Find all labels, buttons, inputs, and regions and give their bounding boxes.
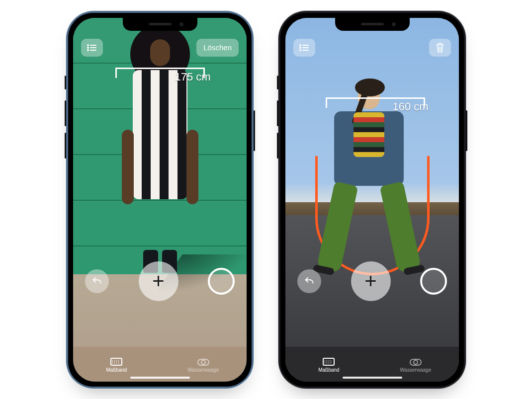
side-button xyxy=(65,100,66,126)
trash-icon xyxy=(436,43,444,53)
level-icon xyxy=(197,359,209,366)
measurements-list-button[interactable] xyxy=(81,39,103,57)
tab-label: Maßband xyxy=(106,367,127,373)
add-point-button[interactable]: + xyxy=(139,261,178,301)
side-button xyxy=(277,76,278,89)
home-indicator[interactable] xyxy=(130,377,190,379)
tab-label: Wasserwaage xyxy=(187,367,219,373)
ruler-icon xyxy=(323,358,335,366)
tab-label: Wasserwaage xyxy=(400,367,431,373)
ruler-icon xyxy=(110,358,122,366)
side-button xyxy=(254,110,255,151)
screen: Löschen 175 cm + xyxy=(73,18,247,382)
add-point-button[interactable]: + xyxy=(351,261,391,301)
level-icon xyxy=(410,359,422,366)
svg-point-8 xyxy=(300,47,301,48)
person-figure xyxy=(327,83,411,274)
plus-icon: + xyxy=(152,271,165,292)
tab-level[interactable]: Wasserwaage xyxy=(160,347,247,373)
svg-point-2 xyxy=(88,47,89,48)
screen: 160 cm + Maßband xyxy=(285,18,459,382)
undo-icon xyxy=(304,276,315,287)
svg-point-6 xyxy=(300,45,301,46)
phone-right: 160 cm + Maßband xyxy=(278,11,466,389)
notch xyxy=(123,18,197,31)
list-icon xyxy=(299,44,309,51)
delete-button[interactable] xyxy=(429,39,451,57)
notch xyxy=(335,18,410,31)
undo-icon xyxy=(91,276,102,287)
side-button xyxy=(277,133,278,159)
phone-left: Löschen 175 cm + xyxy=(66,11,254,389)
clear-button[interactable]: Löschen xyxy=(196,39,239,57)
plus-icon: + xyxy=(364,271,377,292)
camera-view[interactable]: 160 cm + xyxy=(285,18,459,347)
svg-point-0 xyxy=(88,45,89,46)
svg-point-10 xyxy=(300,50,301,51)
person-figure xyxy=(123,67,197,271)
undo-button[interactable] xyxy=(85,269,109,293)
camera-view[interactable]: Löschen 175 cm + xyxy=(73,18,247,347)
side-button xyxy=(277,100,278,126)
side-button xyxy=(65,76,66,89)
svg-point-4 xyxy=(88,50,89,51)
list-icon xyxy=(87,44,97,51)
tab-label: Maßband xyxy=(318,367,339,373)
undo-button[interactable] xyxy=(297,269,321,293)
tab-measure[interactable]: Maßband xyxy=(73,347,160,373)
tab-level[interactable]: Wasserwaage xyxy=(372,347,459,373)
shutter-button[interactable] xyxy=(208,268,235,295)
side-button xyxy=(65,133,66,159)
shutter-button[interactable] xyxy=(420,268,447,295)
measurements-list-button[interactable] xyxy=(293,39,315,57)
side-button xyxy=(466,110,467,151)
home-indicator[interactable] xyxy=(343,377,402,379)
tab-measure[interactable]: Maßband xyxy=(285,347,372,373)
